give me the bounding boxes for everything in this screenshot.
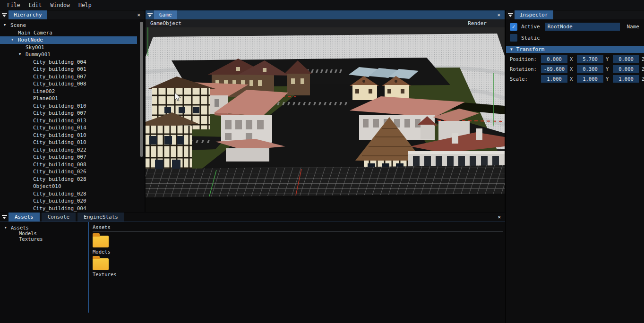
name-input[interactable] bbox=[545, 23, 620, 31]
game-viewport[interactable] bbox=[146, 27, 505, 212]
tab-hierarchy[interactable]: Hierarchy bbox=[9, 10, 47, 19]
tree-item-label: City_building_007 bbox=[33, 153, 86, 161]
tree-item[interactable]: City_building_010 bbox=[0, 139, 137, 146]
tree-item[interactable]: City_building_010 bbox=[0, 132, 137, 139]
panel-menu-button[interactable] bbox=[146, 10, 154, 19]
menu-bar: File Edit Window Help bbox=[0, 0, 644, 10]
expand-arrow-icon[interactable]: ▼ bbox=[19, 51, 26, 59]
folder-label: Models bbox=[93, 249, 505, 255]
folder-label: Textures bbox=[93, 272, 505, 277]
assets-panel: Assets Console EngineStats ✕ ▼ Assets bbox=[0, 212, 505, 323]
tree-item[interactable]: City_building_014 bbox=[0, 124, 137, 132]
transform-field[interactable] bbox=[577, 65, 603, 73]
axis-label: Y bbox=[606, 66, 611, 72]
transform-field[interactable] bbox=[613, 75, 639, 83]
render-menu[interactable]: Render bbox=[468, 20, 487, 26]
bottom-tab[interactable]: Console bbox=[42, 212, 76, 221]
gameobject-menu[interactable]: GameObject bbox=[150, 20, 181, 26]
tree-item[interactable]: City_building_010 bbox=[0, 102, 137, 110]
name-label: Name bbox=[627, 24, 641, 30]
active-checkbox[interactable]: ✓ bbox=[510, 23, 517, 31]
game-header: Game ✕ bbox=[146, 10, 505, 19]
tree-item[interactable]: City_building_004 bbox=[0, 59, 137, 66]
tree-item[interactable]: ▼ RootNode bbox=[0, 36, 137, 44]
tree-item[interactable]: ▼ Scene bbox=[0, 22, 137, 29]
close-icon[interactable]: ✕ bbox=[494, 212, 504, 221]
tree-item-label: City_building_028 bbox=[33, 190, 86, 198]
tree-item[interactable]: City_building_028 bbox=[0, 190, 137, 198]
bottom-tab[interactable]: Assets bbox=[9, 212, 40, 221]
tree-item[interactable]: City_building_013 bbox=[0, 117, 137, 125]
tree-item-label: Textures bbox=[19, 236, 43, 242]
tree-item[interactable]: Sky001 bbox=[0, 44, 137, 51]
expand-arrow-icon[interactable]: ▼ bbox=[4, 22, 10, 29]
bottom-tab-label: Console bbox=[48, 214, 69, 220]
tab-game[interactable]: Game bbox=[154, 10, 177, 19]
tab-inspector[interactable]: Inspector bbox=[515, 10, 553, 19]
tree-item[interactable]: Object010 bbox=[0, 183, 137, 190]
close-icon[interactable]: ✕ bbox=[494, 10, 504, 19]
tree-item-label: City_building_001 bbox=[33, 66, 86, 73]
tree-item[interactable]: Textures bbox=[0, 236, 85, 242]
tree-item[interactable]: City_building_004 bbox=[0, 205, 137, 212]
hierarchy-scrollbar[interactable] bbox=[140, 22, 143, 157]
transform-row-label: Scale: bbox=[508, 76, 541, 82]
hierarchy-tree: ▼ Scene Main Camera ▼ RootNode Sky001 bbox=[0, 19, 145, 212]
game-toolbar: GameObject Render bbox=[146, 19, 505, 27]
tree-item-label: City_building_010 bbox=[33, 139, 86, 146]
tree-item[interactable]: City_building_007 bbox=[0, 110, 137, 117]
menu-item[interactable]: Window bbox=[46, 1, 74, 9]
static-checkbox[interactable] bbox=[510, 34, 517, 42]
menu-item[interactable]: Help bbox=[74, 1, 96, 9]
tree-item[interactable]: City_building_020 bbox=[0, 197, 137, 205]
panel-menu-button[interactable] bbox=[0, 10, 9, 19]
bottom-tab[interactable]: EngineStats bbox=[77, 212, 124, 221]
tree-item[interactable]: ▼ Dummy001 bbox=[0, 51, 137, 59]
transform-field[interactable] bbox=[613, 55, 639, 63]
active-label: Active bbox=[521, 24, 540, 30]
tree-item-label: City_building_007 bbox=[33, 110, 86, 117]
assets-content: ▼ Assets Models Textures Assets bbox=[0, 222, 505, 323]
axis-label: Z bbox=[642, 76, 644, 82]
assets-breadcrumb: Assets bbox=[93, 224, 503, 232]
transform-field[interactable] bbox=[541, 75, 567, 83]
tree-item-label: City_building_020 bbox=[33, 197, 86, 205]
tree-item[interactable]: City_building_008 bbox=[0, 161, 137, 169]
tree-item-label: City_building_004 bbox=[33, 205, 86, 212]
transform-field[interactable] bbox=[577, 75, 603, 83]
panel-menu-button[interactable] bbox=[506, 10, 515, 19]
expand-arrow-icon[interactable]: ▼ bbox=[11, 36, 18, 44]
tree-item-label: City_building_028 bbox=[33, 176, 86, 183]
tree-item[interactable]: City_building_028 bbox=[0, 176, 137, 183]
expand-arrow-icon[interactable]: ▼ bbox=[5, 225, 11, 230]
close-icon[interactable]: ✕ bbox=[134, 10, 144, 19]
tree-item[interactable]: City_building_001 bbox=[0, 66, 137, 73]
tree-item[interactable]: City_building_026 bbox=[0, 168, 137, 176]
axis-label: Z bbox=[642, 56, 644, 62]
transform-row-label: Rotation: bbox=[508, 66, 541, 72]
panel-menu-button[interactable] bbox=[0, 212, 9, 221]
tree-item[interactable]: ▼ Assets bbox=[0, 225, 85, 230]
folder-item[interactable]: Textures bbox=[93, 258, 505, 277]
tree-item[interactable]: Main Camera bbox=[0, 29, 137, 37]
transform-field[interactable] bbox=[541, 65, 567, 73]
transform-row-label: Position: bbox=[508, 56, 541, 62]
tree-item-label: City_building_010 bbox=[33, 132, 86, 139]
tree-item[interactable]: City_building_007 bbox=[0, 153, 137, 161]
tree-item[interactable]: Plane001 bbox=[0, 95, 137, 102]
tree-item-label: Object010 bbox=[33, 183, 61, 190]
assets-tree: ▼ Assets Models Textures bbox=[0, 225, 88, 242]
tree-item-label: City_building_008 bbox=[33, 80, 86, 88]
transform-field[interactable] bbox=[613, 65, 639, 73]
transform-field[interactable] bbox=[541, 55, 567, 63]
menu-item[interactable]: File bbox=[3, 1, 25, 9]
menu-item[interactable]: Edit bbox=[25, 1, 46, 9]
tree-item[interactable]: Models bbox=[0, 230, 85, 236]
transform-field[interactable] bbox=[577, 55, 603, 63]
tree-item[interactable]: City_building_008 bbox=[0, 80, 137, 88]
transform-section-header[interactable]: ▼ Transform bbox=[506, 46, 644, 53]
tree-item[interactable]: City_building_022 bbox=[0, 146, 137, 154]
tree-item[interactable]: City_building_007 bbox=[0, 73, 137, 81]
tree-item[interactable]: Line002 bbox=[0, 88, 137, 95]
folder-item[interactable]: Models bbox=[93, 236, 505, 255]
